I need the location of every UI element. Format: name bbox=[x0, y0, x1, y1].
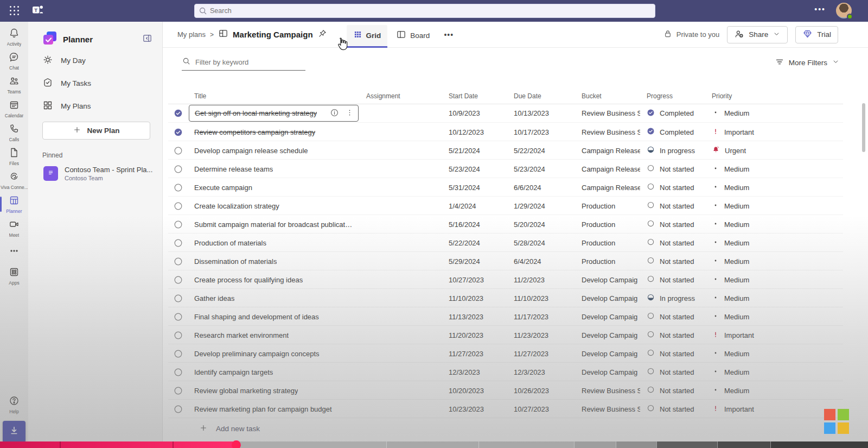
task-row[interactable]: Develop preliminary campaign concepts11/… bbox=[168, 344, 843, 363]
task-start-date[interactable]: 10/9/2023 bbox=[442, 109, 507, 117]
task-title[interactable]: Dissemination of materials bbox=[188, 252, 360, 270]
task-row[interactable]: Submit campaign material for broadcast p… bbox=[168, 215, 843, 234]
task-row[interactable]: Create process for qualifying ideas10/27… bbox=[168, 270, 843, 289]
task-checkbox[interactable] bbox=[168, 257, 188, 266]
task-due-date[interactable]: 11/23/2023 bbox=[507, 331, 575, 339]
info-icon[interactable] bbox=[330, 108, 339, 119]
task-progress[interactable]: Not started bbox=[640, 367, 705, 377]
task-checkbox[interactable] bbox=[168, 312, 188, 321]
pin-icon[interactable] bbox=[317, 29, 327, 41]
task-start-date[interactable]: 10/20/2023 bbox=[442, 387, 507, 395]
task-bucket[interactable]: Develop Campaig bbox=[575, 350, 640, 358]
task-start-date[interactable]: 10/23/2023 bbox=[442, 405, 507, 413]
sidebar-item-calendar[interactable]: Calendar bbox=[0, 97, 28, 121]
task-row[interactable]: Final shaping and development of ideas11… bbox=[168, 307, 843, 326]
sidebar-item-apps[interactable]: Apps bbox=[0, 264, 28, 288]
task-due-date[interactable]: 11/2/2023 bbox=[507, 276, 575, 284]
task-start-date[interactable]: 1/4/2024 bbox=[442, 202, 507, 210]
task-bucket[interactable]: Campaign Release bbox=[575, 184, 640, 192]
task-row[interactable]: Get sign off on local marketing strategy… bbox=[168, 104, 843, 123]
column-header-start-date[interactable]: Start Date bbox=[442, 92, 507, 100]
task-progress[interactable]: Not started bbox=[640, 238, 705, 248]
task-progress[interactable]: Not started bbox=[640, 164, 705, 174]
task-title[interactable]: Final shaping and development of ideas bbox=[188, 307, 360, 326]
task-title[interactable]: Get sign off on local marketing strategy bbox=[189, 105, 359, 122]
task-start-date[interactable]: 5/16/2024 bbox=[442, 220, 507, 229]
task-bucket[interactable]: Production bbox=[575, 257, 640, 266]
task-title[interactable]: Research market environment bbox=[188, 326, 360, 344]
task-progress[interactable]: In progress bbox=[640, 293, 705, 303]
task-bucket[interactable]: Review Business S bbox=[575, 387, 640, 395]
task-start-date[interactable]: 5/22/2024 bbox=[442, 239, 507, 247]
task-title[interactable]: Identify campaign targets bbox=[188, 363, 360, 381]
avatar[interactable] bbox=[836, 3, 852, 18]
task-checkbox[interactable] bbox=[168, 275, 188, 285]
sidebar-item-viva-conne[interactable]: Viva Conne... bbox=[0, 168, 28, 192]
task-checkbox[interactable] bbox=[168, 146, 188, 155]
task-bucket[interactable]: Review Business S bbox=[575, 405, 640, 413]
task-row[interactable]: Create localization strategy1/4/20241/29… bbox=[168, 197, 843, 215]
task-priority[interactable]: Urgent bbox=[705, 146, 843, 155]
column-header-title[interactable]: Title bbox=[188, 92, 360, 100]
task-start-date[interactable]: 5/31/2024 bbox=[442, 184, 507, 192]
task-row[interactable]: Review competitors campaign strategy10/1… bbox=[168, 123, 843, 141]
task-due-date[interactable]: 5/23/2024 bbox=[507, 165, 575, 173]
new-plan-button[interactable]: New Plan bbox=[42, 122, 150, 140]
column-header-due-date[interactable]: Due Date bbox=[507, 92, 575, 100]
task-bucket[interactable]: Production bbox=[575, 220, 640, 229]
task-priority[interactable]: Important bbox=[705, 128, 843, 137]
task-checkbox[interactable] bbox=[168, 331, 188, 340]
task-start-date[interactable]: 11/27/2023 bbox=[442, 350, 507, 358]
tab-grid[interactable]: Grid bbox=[347, 25, 388, 48]
task-row[interactable]: Research market environment11/20/202311/… bbox=[168, 326, 843, 344]
row-menu-icon[interactable] bbox=[346, 109, 354, 118]
task-priority[interactable]: Medium bbox=[705, 386, 843, 395]
task-priority[interactable]: Important bbox=[705, 405, 843, 414]
keyword-filter[interactable] bbox=[182, 54, 305, 71]
task-progress[interactable]: Completed bbox=[640, 127, 705, 137]
sidebar-item-calls[interactable]: Calls bbox=[0, 121, 28, 144]
task-checkbox[interactable] bbox=[168, 128, 188, 137]
task-due-date[interactable]: 10/26/2023 bbox=[507, 387, 575, 395]
task-due-date[interactable]: 11/10/2023 bbox=[507, 294, 575, 302]
task-progress[interactable]: Not started bbox=[640, 275, 705, 285]
search-input[interactable] bbox=[194, 4, 655, 18]
task-priority[interactable]: Medium bbox=[705, 257, 843, 266]
task-row[interactable]: Review marketing plan for campaign budge… bbox=[168, 400, 843, 418]
task-checkbox[interactable] bbox=[168, 109, 188, 118]
task-bucket[interactable]: Develop Campaig bbox=[575, 276, 640, 284]
task-row[interactable]: Gather ideas11/10/202311/10/2023Develop … bbox=[168, 289, 843, 307]
breadcrumb[interactable]: My plans bbox=[177, 30, 206, 39]
task-title[interactable]: Review global marketing strategy bbox=[188, 381, 360, 400]
task-due-date[interactable]: 10/13/2023 bbox=[507, 109, 575, 117]
task-title[interactable]: Create process for qualifying ideas bbox=[188, 270, 360, 289]
task-start-date[interactable]: 10/27/2023 bbox=[442, 276, 507, 284]
task-title[interactable]: Production of materials bbox=[188, 234, 360, 252]
download-desktop-button[interactable] bbox=[3, 421, 25, 443]
column-header-progress[interactable]: Progress bbox=[640, 92, 705, 100]
task-due-date[interactable]: 1/29/2024 bbox=[507, 202, 575, 210]
task-row[interactable]: Identify campaign targets12/3/202312/3/2… bbox=[168, 363, 843, 381]
task-bucket[interactable]: Production bbox=[575, 239, 640, 247]
task-start-date[interactable]: 11/20/2023 bbox=[442, 331, 507, 339]
task-priority[interactable]: Medium bbox=[705, 183, 843, 192]
video-playhead[interactable] bbox=[232, 440, 241, 448]
task-due-date[interactable]: 11/27/2023 bbox=[507, 350, 575, 358]
task-start-date[interactable]: 10/12/2023 bbox=[442, 128, 507, 136]
sidebar-item-my-tasks[interactable]: My Tasks bbox=[28, 72, 162, 94]
task-title[interactable]: Develop preliminary campaign concepts bbox=[188, 344, 360, 363]
task-title[interactable]: Gather ideas bbox=[188, 289, 360, 307]
task-start-date[interactable]: 11/13/2023 bbox=[442, 313, 507, 321]
task-progress[interactable]: Not started bbox=[640, 219, 705, 229]
task-progress[interactable]: Not started bbox=[640, 349, 705, 358]
task-due-date[interactable]: 12/3/2023 bbox=[507, 368, 575, 376]
task-title[interactable]: Create localization strategy bbox=[188, 197, 360, 215]
task-progress[interactable]: Not started bbox=[640, 256, 705, 266]
task-due-date[interactable]: 10/27/2023 bbox=[507, 405, 575, 413]
sidebar-item-my-plans[interactable]: My Plans bbox=[28, 94, 162, 117]
task-title[interactable]: Execute campaign bbox=[188, 178, 360, 197]
task-due-date[interactable]: 6/4/2024 bbox=[507, 257, 575, 266]
task-title[interactable]: Review marketing plan for campaign budge… bbox=[188, 400, 360, 418]
sidebar-item-my-day[interactable]: My Day bbox=[28, 49, 162, 72]
sidebar-item-more[interactable] bbox=[0, 240, 28, 264]
